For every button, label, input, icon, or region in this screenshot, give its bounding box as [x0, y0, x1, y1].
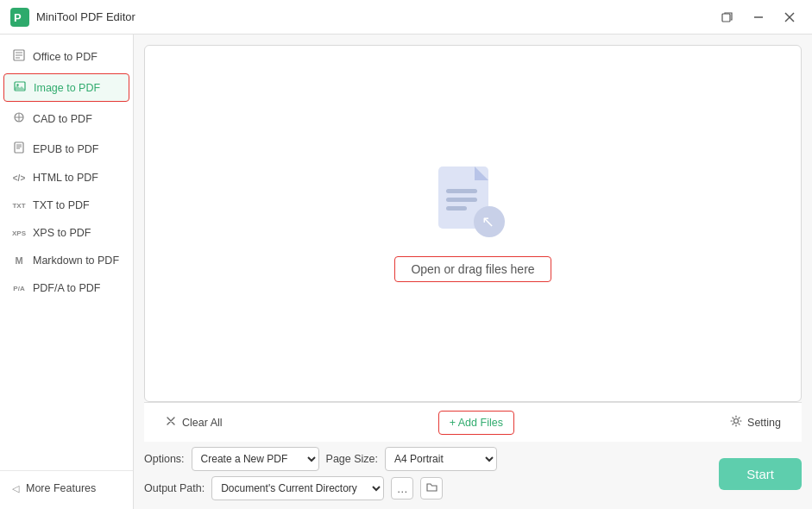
drag-drop-text[interactable]: Open or drag files here: [394, 256, 551, 282]
window-controls: [715, 5, 802, 29]
sidebar-item-txt-to-pdf[interactable]: TXT TXT to PDF: [0, 192, 133, 219]
add-files-button[interactable]: + Add Files: [438, 411, 514, 435]
svg-rect-23: [446, 206, 467, 211]
cad-icon: [12, 111, 26, 126]
svg-rect-22: [446, 198, 477, 202]
options-select[interactable]: Create a New PDF: [192, 447, 319, 471]
sidebar-item-office-to-pdf[interactable]: Office to PDF: [0, 41, 133, 72]
setting-button[interactable]: Setting: [720, 410, 791, 435]
epub-icon: [12, 141, 26, 156]
folder-icon: [426, 481, 437, 495]
bottom-options: Options: Create a New PDF Page Size: A4 …: [134, 442, 719, 500]
toolbar: Clear All + Add Files Setting: [144, 402, 802, 442]
html-icon: </>: [12, 173, 26, 183]
file-illustration: ↖: [434, 165, 512, 242]
sidebar-item-label: CAD to PDF: [33, 113, 92, 125]
svg-text:P: P: [14, 11, 22, 24]
open-folder-button[interactable]: [420, 477, 443, 500]
clear-icon: [165, 415, 177, 430]
sidebar-item-label: Office to PDF: [33, 51, 98, 63]
start-area: Start: [719, 442, 812, 500]
pdfa-icon: P/A: [12, 285, 26, 292]
more-features-item[interactable]: ◁ More Features: [0, 474, 133, 502]
output-path-label: Output Path:: [144, 482, 205, 494]
markdown-icon: M: [12, 255, 26, 266]
svg-point-26: [734, 419, 739, 424]
close-button[interactable]: [777, 5, 802, 29]
page-size-select[interactable]: A4 Portrait: [385, 447, 497, 471]
sidebar: Office to PDF Image to PDF CAD to PDF EP…: [0, 35, 134, 509]
output-path-row: Output Path: Document's Current Director…: [144, 476, 708, 500]
content-area: ↖ Open or drag files here Clear All + Ad…: [134, 35, 812, 509]
output-path-select[interactable]: Document's Current Directory: [211, 476, 384, 500]
image-icon: [13, 80, 27, 95]
sidebar-item-label: EPUB to PDF: [33, 143, 98, 155]
add-files-label: + Add Files: [450, 417, 503, 429]
sidebar-item-pdfa-to-pdf[interactable]: P/A PDF/A to PDF: [0, 274, 133, 302]
txt-icon: TXT: [12, 202, 26, 210]
more-path-button[interactable]: …: [391, 477, 413, 500]
svg-rect-2: [722, 14, 730, 22]
sidebar-item-label: PDF/A to PDF: [33, 282, 101, 294]
restore-button[interactable]: [715, 5, 740, 29]
svg-rect-21: [446, 189, 477, 193]
chevron-left-icon: ◁: [12, 483, 19, 494]
svg-text:↖: ↖: [482, 213, 494, 230]
setting-label: Setting: [747, 417, 781, 429]
clear-all-label: Clear All: [182, 417, 223, 429]
sidebar-item-label: TXT to PDF: [33, 199, 90, 211]
sidebar-bottom: ◁ More Features: [0, 470, 133, 502]
sidebar-item-epub-to-pdf[interactable]: EPUB to PDF: [0, 134, 133, 164]
page-size-label: Page Size:: [326, 453, 378, 465]
svg-rect-15: [15, 142, 23, 153]
sidebar-item-cad-to-pdf[interactable]: CAD to PDF: [0, 104, 133, 134]
titlebar: P MiniTool PDF Editor: [0, 0, 812, 35]
sidebar-item-label: Image to PDF: [34, 82, 100, 94]
sidebar-item-label: HTML to PDF: [33, 172, 98, 184]
sidebar-item-xps-to-pdf[interactable]: XPS XPS to PDF: [0, 219, 133, 247]
bottom-bar: Options: Create a New PDF Page Size: A4 …: [134, 442, 812, 509]
sidebar-item-label: XPS to PDF: [33, 227, 91, 239]
app-logo: P: [10, 8, 29, 27]
app-title: MiniTool PDF Editor: [36, 10, 715, 23]
sidebar-item-image-to-pdf[interactable]: Image to PDF: [3, 73, 129, 102]
ellipsis-icon: …: [397, 482, 408, 495]
main-layout: Office to PDF Image to PDF CAD to PDF EP…: [0, 35, 812, 509]
options-label: Options:: [144, 453, 185, 465]
sidebar-item-label: Markdown to PDF: [33, 255, 119, 267]
office-icon: [12, 49, 26, 64]
setting-icon: [730, 415, 742, 430]
more-features-label: More Features: [26, 482, 96, 494]
minimize-button[interactable]: [746, 5, 771, 29]
svg-point-11: [16, 84, 18, 85]
sidebar-item-markdown-to-pdf[interactable]: M Markdown to PDF: [0, 247, 133, 274]
clear-all-button[interactable]: Clear All: [154, 410, 233, 435]
options-row: Options: Create a New PDF Page Size: A4 …: [144, 447, 708, 471]
xps-icon: XPS: [12, 229, 26, 237]
drop-zone[interactable]: ↖ Open or drag files here: [144, 45, 802, 402]
start-button[interactable]: Start: [719, 458, 802, 490]
sidebar-item-html-to-pdf[interactable]: </> HTML to PDF: [0, 164, 133, 192]
